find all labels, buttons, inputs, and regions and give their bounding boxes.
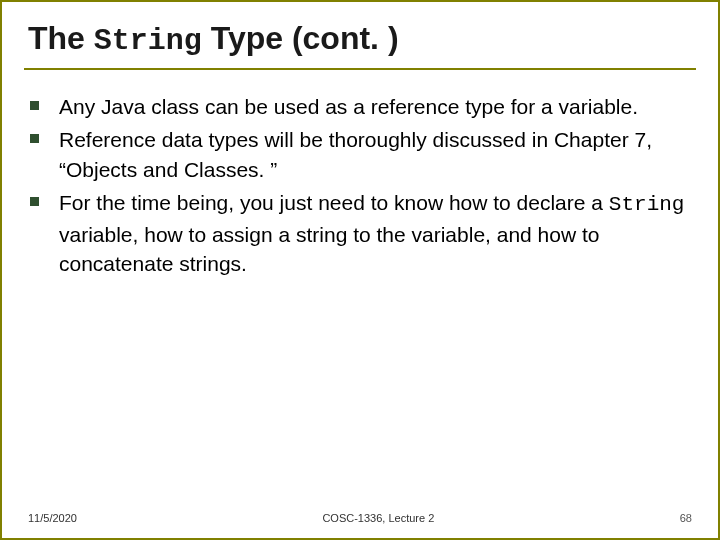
list-item: Reference data types will be thoroughly … bbox=[30, 125, 696, 184]
list-item: Any Java class can be used as a referenc… bbox=[30, 92, 696, 121]
bullet-text: Any Java class can be used as a referenc… bbox=[59, 92, 638, 121]
title-pre: The bbox=[28, 20, 94, 56]
bullet-icon bbox=[30, 101, 39, 110]
bullet-icon bbox=[30, 197, 39, 206]
slide-footer: 11/5/2020 COSC-1336, Lecture 2 68 bbox=[24, 512, 696, 526]
bullet-text: Reference data types will be thoroughly … bbox=[59, 125, 696, 184]
bullet-mono: String bbox=[609, 193, 685, 216]
bullet-post: variable, how to assign a string to the … bbox=[59, 223, 599, 275]
bullet-text: For the time being, you just need to kno… bbox=[59, 188, 696, 278]
footer-course: COSC-1336, Lecture 2 bbox=[77, 512, 680, 524]
title-post: Type (cont. ) bbox=[202, 20, 399, 56]
bullet-pre: For the time being, you just need to kno… bbox=[59, 191, 609, 214]
slide-title: The String Type (cont. ) bbox=[24, 16, 696, 70]
slide-body: Any Java class can be used as a referenc… bbox=[24, 92, 696, 512]
list-item: For the time being, you just need to kno… bbox=[30, 188, 696, 278]
footer-date: 11/5/2020 bbox=[28, 512, 77, 524]
bullet-icon bbox=[30, 134, 39, 143]
slide: The String Type (cont. ) Any Java class … bbox=[0, 0, 720, 540]
footer-page: 68 bbox=[680, 512, 692, 524]
title-mono: String bbox=[94, 24, 202, 58]
